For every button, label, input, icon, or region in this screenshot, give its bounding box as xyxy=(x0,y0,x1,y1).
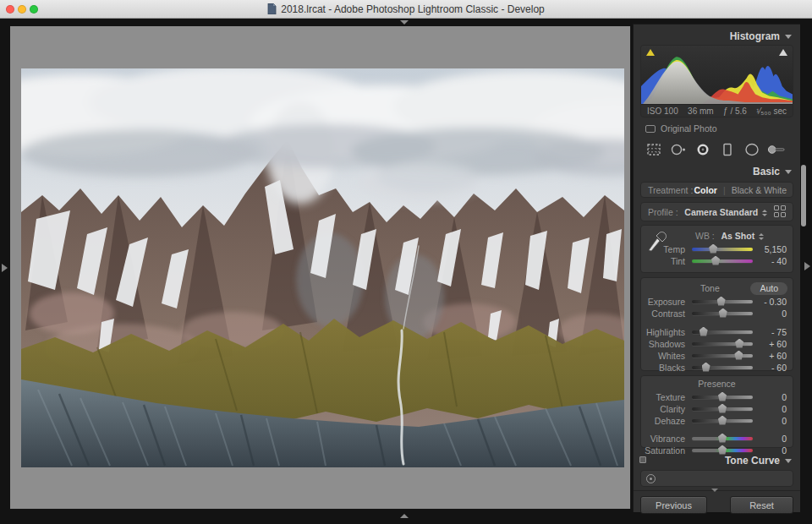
right-panel-collapse-arrow[interactable] xyxy=(804,262,810,270)
blacks-value[interactable]: - 60 xyxy=(753,363,793,373)
lightroom-window: 2018.lrcat - Adobe Photoshop Lightroom C… xyxy=(0,0,812,524)
profile-row: Profile : Camera Standard xyxy=(640,202,793,221)
whites-value[interactable]: + 60 xyxy=(753,351,793,361)
profile-select[interactable]: Camera Standard xyxy=(678,207,774,217)
previous-button[interactable]: Previous xyxy=(640,496,707,514)
tint-slider[interactable] xyxy=(692,259,753,263)
temp-slider[interactable] xyxy=(692,248,753,251)
whites-label: Whites xyxy=(641,351,685,361)
clarity-label: Clarity xyxy=(641,404,685,414)
tint-value[interactable]: - 40 xyxy=(753,256,793,266)
develop-canvas xyxy=(10,26,631,509)
clarity-slider-thumb[interactable] xyxy=(718,404,727,413)
shutter-value: ¹⁄₅₀₀ sec xyxy=(756,106,787,116)
original-photo-row[interactable]: Original Photo xyxy=(645,123,800,134)
temp-value[interactable]: 5,150 xyxy=(753,244,793,254)
updown-icon xyxy=(762,210,767,216)
contrast-slider-thumb[interactable] xyxy=(719,308,727,318)
photo-preview[interactable] xyxy=(21,68,624,467)
blacks-slider-thumb[interactable] xyxy=(702,363,710,372)
highlights-slider[interactable] xyxy=(692,330,753,334)
aperture-value: ƒ / 5.6 xyxy=(723,106,747,116)
histogram-display[interactable]: ISO 100 36 mm ƒ / 5.6 ¹⁄₅₀₀ sec xyxy=(640,45,793,117)
panel-toggle-icon[interactable] xyxy=(639,456,646,463)
vibrance-slider-thumb[interactable] xyxy=(718,434,727,443)
wb-eyedropper-icon[interactable] xyxy=(645,229,669,253)
tint-slider-row: Tint - 40 xyxy=(641,255,793,266)
profile-label: Profile : xyxy=(648,207,678,217)
dehaze-value[interactable]: 0 xyxy=(753,416,793,426)
whites-slider-row: Whites + 60 xyxy=(641,350,793,361)
basic-header-label: Basic xyxy=(753,166,780,177)
clarity-slider[interactable] xyxy=(692,407,753,411)
profile-browser-icon[interactable] xyxy=(774,205,787,218)
shadow-clipping-icon[interactable] xyxy=(646,49,655,56)
auto-button[interactable]: Auto xyxy=(750,282,787,295)
contrast-slider[interactable] xyxy=(692,312,753,315)
panel-scrollbar[interactable] xyxy=(801,165,806,227)
window-title-group: 2018.lrcat - Adobe Photoshop Lightroom C… xyxy=(267,3,545,15)
texture-value[interactable]: 0 xyxy=(753,392,793,402)
highlight-clipping-icon[interactable] xyxy=(779,49,787,56)
vibrance-slider[interactable] xyxy=(692,437,753,440)
presence-section: Presence Texture 0 Clarity 0 Dehaze 0 Vi… xyxy=(640,375,793,448)
shadows-slider[interactable] xyxy=(692,342,753,346)
exposure-slider-thumb[interactable] xyxy=(717,297,726,306)
tone-curve-panel-header[interactable]: Tone Curve xyxy=(640,454,792,467)
saturation-slider-thumb[interactable] xyxy=(718,445,727,455)
treatment-bw-option[interactable]: Black & White xyxy=(732,185,787,195)
texture-slider-thumb[interactable] xyxy=(718,392,727,401)
clarity-slider-row: Clarity 0 xyxy=(641,403,793,414)
texture-slider[interactable] xyxy=(692,396,753,399)
collapse-triangle-icon xyxy=(785,459,792,463)
title-bar[interactable]: 2018.lrcat - Adobe Photoshop Lightroom C… xyxy=(0,0,812,19)
red-eye-tool[interactable] xyxy=(693,140,712,159)
shadows-value[interactable]: + 60 xyxy=(753,339,793,349)
vibrance-value[interactable]: 0 xyxy=(753,434,793,444)
collapse-triangle-icon xyxy=(785,170,792,174)
temp-slider-thumb[interactable] xyxy=(709,244,717,254)
dehaze-slider[interactable] xyxy=(692,419,753,423)
exposure-slider[interactable] xyxy=(692,300,753,303)
contrast-value[interactable]: 0 xyxy=(753,308,793,319)
tint-slider-thumb[interactable] xyxy=(711,256,720,265)
shadows-label: Shadows xyxy=(641,339,685,349)
exposure-value[interactable]: - 0.30 xyxy=(753,297,793,307)
whites-slider[interactable] xyxy=(692,354,753,358)
saturation-slider[interactable] xyxy=(692,449,753,452)
top-panel-reveal-arrow[interactable] xyxy=(400,20,409,25)
shadows-slider-thumb[interactable] xyxy=(735,339,743,348)
blacks-label: Blacks xyxy=(641,363,685,373)
dehaze-label: Dehaze xyxy=(641,416,685,426)
spot-removal-tool[interactable] xyxy=(668,140,688,159)
targeted-adjustment-icon[interactable] xyxy=(646,474,656,483)
graduated-filter-tool[interactable] xyxy=(717,140,737,159)
exposure-label: Exposure xyxy=(641,297,685,307)
crop-overlay-tool[interactable] xyxy=(644,140,663,159)
presence-label: Presence xyxy=(641,379,793,390)
clarity-value[interactable]: 0 xyxy=(753,404,793,414)
reset-button[interactable]: Reset xyxy=(730,496,793,514)
shadows-slider-row: Shadows + 60 xyxy=(641,338,793,349)
filmstrip-reveal-arrow[interactable] xyxy=(400,514,409,518)
traffic-lights xyxy=(6,5,38,14)
minimize-button[interactable] xyxy=(18,5,26,14)
histogram-chart xyxy=(641,46,793,104)
zoom-button[interactable] xyxy=(30,5,38,14)
highlights-slider-thumb[interactable] xyxy=(700,327,708,336)
close-button[interactable] xyxy=(6,5,14,14)
whites-slider-thumb[interactable] xyxy=(734,351,743,360)
treatment-row: Treatment : Color | Black & White xyxy=(640,182,793,198)
exif-info-row: ISO 100 36 mm ƒ / 5.6 ¹⁄₅₀₀ sec xyxy=(641,104,793,117)
adjustment-brush-tool[interactable] xyxy=(766,140,786,159)
focal-length-value: 36 mm xyxy=(688,106,714,116)
radial-filter-tool[interactable] xyxy=(742,140,761,159)
wb-select[interactable]: As Shot xyxy=(715,231,771,241)
basic-panel-header[interactable]: Basic xyxy=(640,165,792,178)
dehaze-slider-thumb[interactable] xyxy=(718,416,727,425)
histogram-panel-header[interactable]: Histogram xyxy=(640,30,792,43)
highlights-value[interactable]: - 75 xyxy=(753,327,793,337)
left-panel-reveal-arrow[interactable] xyxy=(2,264,8,272)
treatment-color-option[interactable]: Color xyxy=(694,185,716,195)
blacks-slider[interactable] xyxy=(692,366,753,369)
